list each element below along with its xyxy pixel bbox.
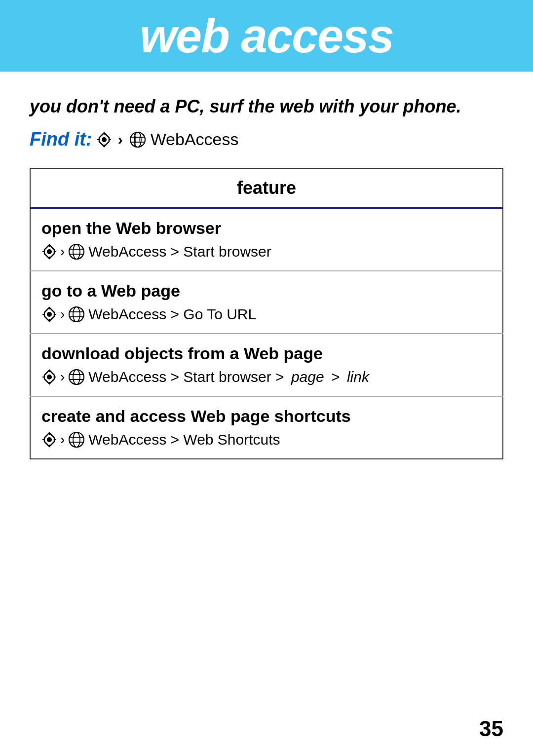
header-banner: web access bbox=[0, 0, 533, 72]
svg-point-11 bbox=[47, 249, 52, 254]
webaccess-icon bbox=[129, 131, 147, 149]
row-feature-2: go to a Web page bbox=[31, 271, 502, 303]
subtitle: you don't need a PC, surf the web with y… bbox=[30, 96, 503, 117]
svg-point-6 bbox=[130, 132, 145, 147]
path-text-r3-page: page bbox=[291, 369, 324, 385]
browser-icon-r1 bbox=[68, 243, 85, 261]
svg-point-36 bbox=[69, 370, 84, 384]
row-path-1: › WebAccess > Start browser bbox=[31, 241, 502, 270]
find-it-label: Find it: bbox=[30, 129, 92, 150]
table-row: create and access Web page shortcuts bbox=[30, 396, 503, 459]
browser-icon-r4 bbox=[68, 431, 85, 449]
table-row: open the Web browser bbox=[30, 208, 503, 271]
svg-point-21 bbox=[47, 312, 52, 317]
row-path-2: › WebAccess > Go To URL bbox=[31, 303, 502, 333]
svg-point-31 bbox=[47, 375, 52, 379]
path-text-r3-part1: WebAccess > Start browser > bbox=[88, 369, 288, 385]
arrow-right-icon: › bbox=[118, 131, 123, 148]
diamond-nav-icon bbox=[96, 132, 112, 148]
path-text-r4: WebAccess > Web Shortcuts bbox=[88, 431, 280, 448]
svg-point-46 bbox=[69, 432, 84, 447]
svg-point-27 bbox=[73, 307, 80, 322]
row-feature-1: open the Web browser bbox=[31, 209, 502, 241]
path-text-r1: WebAccess > Start browser bbox=[88, 243, 271, 260]
svg-point-1 bbox=[102, 137, 107, 142]
arrow-icon-r3: › bbox=[60, 369, 65, 385]
row-path-4: › WebAccess > Web Shortcuts bbox=[31, 429, 502, 458]
svg-point-47 bbox=[73, 432, 80, 447]
svg-point-7 bbox=[134, 132, 141, 147]
diamond-nav-icon-row1 bbox=[41, 244, 57, 260]
feature-table: feature open the Web browser bbox=[30, 168, 503, 459]
svg-point-17 bbox=[73, 244, 80, 259]
arrow-icon-r4: › bbox=[60, 432, 65, 448]
svg-point-26 bbox=[69, 307, 84, 322]
table-row: go to a Web page › bbox=[30, 271, 503, 334]
diamond-nav-icon-row4 bbox=[41, 432, 57, 448]
diamond-nav-icon-row3 bbox=[41, 369, 57, 385]
arrow-icon-r1: › bbox=[60, 244, 65, 260]
page-number: 35 bbox=[479, 717, 503, 741]
find-it-path: WebAccess bbox=[151, 130, 239, 149]
path-text-r3-link: link bbox=[347, 369, 369, 385]
main-content: you don't need a PC, surf the web with y… bbox=[0, 72, 533, 499]
svg-point-16 bbox=[69, 244, 84, 259]
find-it-line: Find it: › WebAccess bbox=[30, 129, 503, 150]
table-header: feature bbox=[30, 168, 503, 208]
path-text-r3-sep: > bbox=[327, 369, 344, 385]
arrow-icon-r2: › bbox=[60, 306, 65, 322]
page-title: web access bbox=[140, 9, 393, 63]
browser-icon-r3 bbox=[68, 368, 85, 386]
browser-icon-r2 bbox=[68, 305, 85, 323]
path-text-r2: WebAccess > Go To URL bbox=[88, 306, 256, 323]
table-row: download objects from a Web page bbox=[30, 334, 503, 396]
row-path-3: › WebAccess > Start browser > page > lin… bbox=[31, 366, 502, 396]
diamond-nav-icon-row2 bbox=[41, 306, 57, 322]
svg-point-41 bbox=[47, 437, 52, 442]
row-feature-4: create and access Web page shortcuts bbox=[31, 397, 502, 429]
table-header-text: feature bbox=[237, 178, 296, 198]
row-feature-3: download objects from a Web page bbox=[31, 334, 502, 366]
svg-point-37 bbox=[73, 370, 80, 384]
